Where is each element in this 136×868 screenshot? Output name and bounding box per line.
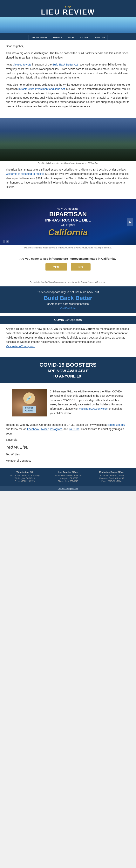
infra-caption: Please click on the image above to learn… bbox=[0, 247, 136, 249]
youtube-link[interactable]: YouTube bbox=[69, 428, 79, 431]
infra-bill-label: INFRASTRUCTURE BILL bbox=[4, 218, 132, 222]
content-continued: The Bipartisan Infrastructure Bill addre… bbox=[0, 167, 136, 196]
paragraph-4: The Bipartisan Infrastructure Bill addre… bbox=[6, 167, 130, 189]
bbb-banner: This is our opportunity to not just buil… bbox=[0, 286, 136, 313]
bbb-title-back: Back bbox=[60, 295, 75, 301]
footer-dc-office: Washington, DC 236 Cannon House Office B… bbox=[4, 471, 45, 483]
bipartisan-label: BIPARTISAN bbox=[4, 211, 132, 217]
president-image-block: President Biden signing the Bipartisan I… bbox=[0, 118, 136, 164]
email-container: THE LIEU REVIEW Visit My Website Faceboo… bbox=[0, 0, 136, 491]
facebook-icon[interactable]: f bbox=[3, 240, 5, 243]
bbb-title-build: Build bbox=[44, 295, 60, 301]
p2-pre: I was bbox=[6, 63, 13, 66]
footer: Washington, DC 236 Cannon House Office B… bbox=[0, 468, 136, 491]
paragraph-1: This was a big week in Washington. The H… bbox=[6, 51, 130, 60]
child-vax-text: Children ages 5-11 are eligible to recei… bbox=[50, 389, 124, 416]
privacy-link[interactable]: Privacy bbox=[71, 487, 78, 490]
poll-question: Are you eager to see infrastructure impr… bbox=[12, 257, 124, 260]
header-image bbox=[0, 17, 136, 33]
nav-twitter[interactable]: Twitter bbox=[65, 35, 77, 40]
california-label: California bbox=[4, 227, 132, 237]
unsubscribe-link[interactable]: Unsubscribe bbox=[58, 487, 70, 490]
poll-yes-button[interactable]: YES bbox=[46, 264, 67, 271]
closing-paragraph: To keep up with my work in Congress on b… bbox=[6, 423, 130, 436]
president-caption: President Biden signing the Bipartisan I… bbox=[0, 162, 136, 164]
paragraph-2: I was pleased to vote in support of the … bbox=[6, 62, 130, 80]
covid-booster-banner: COVID-19 BOOSTERS ARE NOW AVAILABLE TO A… bbox=[0, 358, 136, 383]
signature-name: Ted W. Lieu bbox=[6, 452, 130, 457]
footer-offices: Washington, DC 236 Cannon House Office B… bbox=[0, 468, 136, 486]
navigation-bar: Visit My Website Facebook Twitter YouTub… bbox=[0, 35, 136, 40]
dc-office-address: 236 Cannon House Office Building Washing… bbox=[4, 474, 45, 483]
greeting: Dear neighbor, bbox=[6, 44, 130, 48]
infra-image-block[interactable]: How Democrats' BIPARTISAN INFRASTRUCTURE… bbox=[0, 199, 136, 249]
header-banner: THE LIEU REVIEW bbox=[0, 0, 136, 35]
mb-office-address: 1600 Rosecrans Ave., Suite 9 Manhattan B… bbox=[91, 474, 132, 483]
nav-visit-website[interactable]: Visit My Website bbox=[28, 35, 50, 40]
child-vax-image: 💉 COVID-19 VACCINE bbox=[12, 389, 47, 416]
nav-facebook[interactable]: Facebook bbox=[50, 35, 65, 40]
bbb-subtitle: for America's hard-working families. bbox=[6, 302, 130, 305]
bbb-title: Build Back Better bbox=[6, 295, 130, 301]
infra-bill-image[interactable]: How Democrats' BIPARTISAN INFRASTRUCTURE… bbox=[0, 199, 136, 245]
nav-contact[interactable]: Contact Me bbox=[91, 35, 107, 40]
how-dems-label: How Democrats' bbox=[4, 207, 132, 210]
california-receive-link[interactable]: California is expected to receive bbox=[6, 172, 44, 175]
lieu-house-link[interactable]: lieu.house.gov bbox=[107, 423, 125, 426]
covid-booster-text: Anyone 18 and older can now get a COVID-… bbox=[6, 327, 130, 348]
twitter-link[interactable]: Twitter bbox=[40, 428, 48, 431]
bbb-hashtag: #BuildBackBetter bbox=[6, 307, 130, 309]
twitter-icon[interactable]: t bbox=[6, 240, 9, 243]
child-vax-section: 💉 COVID-19 VACCINE Children ages 5-11 ar… bbox=[6, 389, 130, 420]
booster-line1: COVID-19 BOOSTERS bbox=[4, 362, 132, 368]
footer-links: Unsubscribe | Privacy bbox=[0, 486, 136, 491]
p2-mid: in support of the bbox=[32, 63, 52, 66]
build-back-better-link[interactable]: Build Back Better Act bbox=[52, 63, 78, 66]
poll-buttons: YES NO bbox=[12, 264, 124, 271]
instagram-link[interactable]: Instagram bbox=[50, 428, 62, 431]
sincerely-text: Sincerely, bbox=[6, 438, 130, 442]
child-vax-paragraph: Children ages 5-11 are eligible to recei… bbox=[50, 389, 124, 415]
booster-line2: ARE NOW AVAILABLE bbox=[4, 369, 132, 373]
poll-disclaimer: By participating in this poll you agree … bbox=[6, 281, 130, 283]
poll-wrapper: Are you eager to see infrastructure impr… bbox=[0, 253, 136, 283]
nav-youtube[interactable]: YouTube bbox=[77, 35, 91, 40]
infrastructure-act-link[interactable]: Infrastructure Investment and Jobs Act bbox=[19, 87, 65, 91]
booster-line3: TO ANYONE 18+ bbox=[4, 374, 132, 378]
main-content: Dear neighbor, This was a big week in Wa… bbox=[0, 40, 136, 115]
city-silhouette bbox=[0, 17, 136, 33]
mb-office-name: Manhattan Beach Office bbox=[91, 471, 132, 473]
signature-section: To keep up with my work in Congress on b… bbox=[0, 420, 136, 468]
header-title: LIEU REVIEW bbox=[0, 9, 136, 16]
will-impact-label: will impact bbox=[4, 223, 132, 227]
poll-no-button[interactable]: NO bbox=[71, 264, 91, 271]
poll-section: Are you eager to see infrastructure impr… bbox=[6, 253, 130, 277]
signature-handwriting: Ted W. Lieu bbox=[6, 444, 130, 451]
crowd-overlay bbox=[0, 149, 136, 161]
child-vax-wrapper: 💉 COVID-19 VACCINE Children ages 5-11 ar… bbox=[0, 386, 136, 420]
covid-header-title: COVID-19 Updates bbox=[2, 318, 134, 322]
bbb-title-better: Better bbox=[75, 295, 92, 301]
footer-mb-office: Manhattan Beach Office 1600 Rosecrans Av… bbox=[91, 471, 132, 483]
footer-la-office: Los Angeles Office 1645 Corinth Avenue, … bbox=[47, 471, 89, 483]
bbb-intro: This is our opportunity to not just buil… bbox=[6, 290, 130, 293]
vaccinate-la-link[interactable]: VaccinateLACounty.com bbox=[6, 345, 35, 348]
signature-title: Member of Congress bbox=[6, 459, 130, 463]
facebook-link[interactable]: Facebook bbox=[27, 428, 39, 431]
covid-content: Anyone 18 and older can now get a COVID-… bbox=[0, 323, 136, 354]
paragraph-3: I was also honored to join my colleagues… bbox=[6, 83, 130, 108]
president-image bbox=[0, 118, 136, 161]
la-office-name: Los Angeles Office bbox=[47, 471, 89, 473]
la-office-address: 1645 Corinth Avenue, Suite 101 Los Angel… bbox=[47, 474, 89, 483]
dc-office-name: Washington, DC bbox=[4, 471, 45, 473]
covid-header: COVID-19 Updates bbox=[0, 316, 136, 323]
pleased-to-vote-link[interactable]: pleased to vote bbox=[13, 63, 31, 66]
social-icons: f t bbox=[3, 240, 9, 243]
vaccinate-la-children-link[interactable]: VaccinateLACounty.com bbox=[79, 407, 108, 410]
